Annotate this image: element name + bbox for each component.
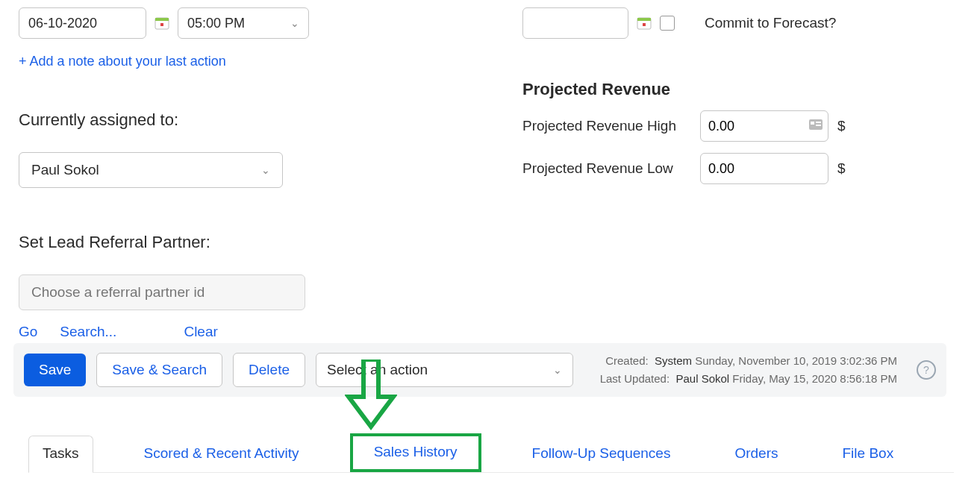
updated-by: Paul Sokol [675,372,729,385]
assigned-to-select[interactable]: Paul Sokol ⌄ [19,152,283,188]
chevron-down-icon: ⌄ [290,17,299,29]
delete-button[interactable]: Delete [233,353,305,387]
projected-high-label: Projected Revenue High [522,118,691,134]
created-label: Created: [605,354,649,367]
action-select-label: Select an action [327,362,428,378]
commit-date-input[interactable] [522,7,628,39]
tab-follow-up-sequences[interactable]: Follow-Up Sequences [519,436,684,472]
calendar-icon[interactable] [636,15,652,31]
calendar-icon[interactable] [154,15,170,31]
tab-orders[interactable]: Orders [721,436,791,472]
svg-rect-8 [816,122,821,123]
referral-search-link[interactable]: Search... [60,324,116,340]
assigned-to-value: Paul Sokol [31,162,99,178]
referral-clear-link[interactable]: Clear [184,324,217,340]
currency-symbol: $ [837,160,846,177]
created-by: System [655,354,692,367]
card-icon [809,119,823,133]
svg-rect-2 [160,23,163,26]
tab-sales-history[interactable]: Sales History [350,433,481,472]
projected-revenue-heading: Projected Revenue [522,80,963,99]
time-value: 05:00 PM [187,16,245,31]
action-bar: Save Save & Search Delete Select an acti… [13,343,946,397]
commit-forecast-checkbox[interactable] [660,16,675,31]
created-when: Sunday, November 10, 2019 3:02:36 PM [695,354,897,367]
tab-tasks[interactable]: Tasks [28,436,93,473]
referral-partner-label: Set Lead Referral Partner: [19,233,481,252]
referral-partner-input[interactable] [19,274,305,310]
svg-rect-5 [643,23,646,26]
projected-low-input[interactable] [700,153,828,184]
save-search-button[interactable]: Save & Search [96,353,222,387]
chevron-down-icon: ⌄ [553,364,562,376]
assigned-to-label: Currently assigned to: [19,110,481,130]
date-input[interactable] [19,7,146,39]
tab-file-box[interactable]: File Box [829,436,908,472]
svg-rect-1 [155,18,169,21]
add-note-link[interactable]: + Add a note about your last action [19,54,226,69]
chevron-down-icon: ⌄ [261,164,270,176]
help-icon[interactable]: ? [917,360,936,380]
action-select[interactable]: Select an action ⌄ [316,353,573,387]
tab-scored-recent-activity[interactable]: Scored & Recent Activity [131,436,313,472]
currency-symbol: $ [837,118,846,134]
svg-rect-7 [811,122,814,125]
svg-rect-4 [637,18,651,21]
svg-rect-9 [816,125,821,126]
updated-label: Last Updated: [600,372,670,385]
tabs: Tasks Scored & Recent Activity Sales His… [28,431,954,473]
referral-go-link[interactable]: Go [19,324,37,340]
updated-when: Friday, May 15, 2020 8:56:18 PM [732,372,897,385]
time-select[interactable]: 05:00 PM ⌄ [178,7,309,39]
projected-low-label: Projected Revenue Low [522,160,691,177]
save-button[interactable]: Save [24,354,86,386]
record-meta: Created: System Sunday, November 10, 201… [600,352,897,388]
commit-forecast-label: Commit to Forecast? [705,15,836,31]
